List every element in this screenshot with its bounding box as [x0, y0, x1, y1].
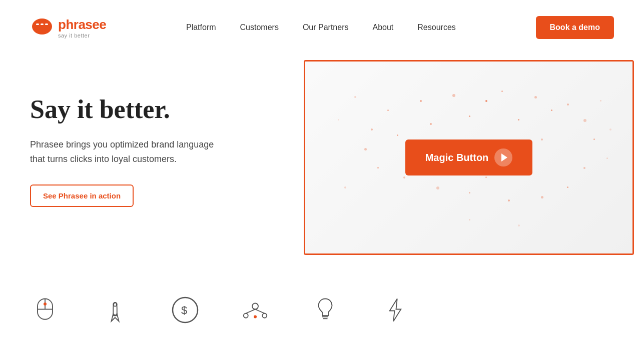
nav-link-customers[interactable]: Customers	[240, 23, 279, 32]
magic-button-label: Magic Button	[425, 152, 489, 164]
svg-line-15	[246, 310, 255, 314]
nav-item-platform[interactable]: Platform	[186, 23, 216, 32]
network-icon	[240, 295, 270, 325]
logo-tagline: say it better	[58, 32, 106, 38]
navbar: phrasee say it better Platform Customers…	[0, 0, 644, 55]
nav-links: Platform Customers Our Partners About Re…	[186, 23, 456, 32]
logo-name: phrasee	[58, 17, 106, 32]
nav-item-about[interactable]: About	[373, 23, 394, 32]
nav-link-platform[interactable]: Platform	[186, 23, 216, 32]
nav-item-partners[interactable]: Our Partners	[303, 23, 349, 32]
svg-point-13	[244, 314, 248, 318]
nav-link-partners[interactable]: Our Partners	[303, 23, 349, 32]
see-phrasee-button[interactable]: See Phrasee in action	[30, 184, 134, 207]
svg-point-14	[262, 314, 267, 318]
mouse-icon	[30, 295, 60, 325]
rocket-icon	[100, 295, 130, 325]
hero-section: Say it better. Phrasee brings you optimi…	[0, 55, 644, 325]
svg-point-0	[32, 18, 52, 34]
nav-link-about[interactable]: About	[373, 23, 394, 32]
svg-rect-4	[45, 24, 48, 25]
logo-text: phrasee say it better	[58, 17, 106, 38]
play-icon-circle	[494, 148, 512, 166]
video-container[interactable]: Magic Button	[304, 60, 634, 255]
svg-point-8	[44, 302, 47, 306]
svg-point-12	[252, 304, 258, 310]
magic-button[interactable]: Magic Button	[405, 140, 533, 176]
nav-item-customers[interactable]: Customers	[240, 23, 279, 32]
hero-text-block: Say it better. Phrasee brings you optimi…	[30, 65, 270, 207]
play-triangle-icon	[501, 154, 507, 162]
phrasee-logo-icon	[30, 16, 54, 40]
hero-heading: Say it better.	[30, 95, 270, 124]
lightbulb-icon	[310, 295, 340, 325]
currency-icon: $	[170, 295, 200, 325]
svg-rect-2	[36, 24, 39, 25]
lightning-icon	[380, 295, 410, 325]
video-inner: Magic Button	[305, 62, 632, 254]
svg-rect-3	[41, 24, 44, 25]
svg-text:$: $	[181, 304, 187, 316]
nav-link-resources[interactable]: Resources	[417, 23, 455, 32]
logo[interactable]: phrasee say it better	[30, 16, 106, 40]
bottom-icons-strip: $	[0, 265, 644, 325]
svg-line-16	[255, 310, 265, 314]
svg-point-17	[254, 316, 257, 318]
nav-item-resources[interactable]: Resources	[417, 23, 455, 32]
hero-subtext: Phrasee brings you optimized brand langu…	[30, 138, 230, 166]
book-demo-button[interactable]: Book a demo	[536, 16, 614, 39]
